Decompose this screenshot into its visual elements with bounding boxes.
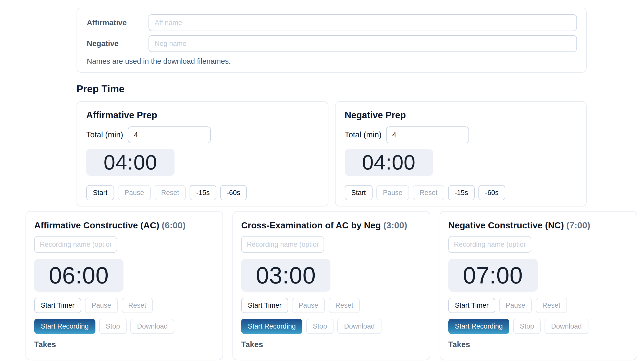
takes-heading: Takes	[241, 340, 421, 349]
affirmative-prep-total-input[interactable]	[128, 126, 211, 143]
speech-title: Cross-Examination of AC by Neg	[241, 220, 381, 230]
takes-heading: Takes	[448, 340, 628, 349]
prep-minus-60s-button[interactable]: -60s	[478, 185, 505, 200]
start-timer-button[interactable]: Start Timer	[448, 298, 495, 313]
prep-time-heading: Prep Time	[77, 83, 641, 95]
recording-buttons-row: Start Recording Stop Download	[448, 319, 628, 334]
start-recording-button[interactable]: Start Recording	[241, 319, 302, 334]
speech-timer-display: 03:00	[241, 259, 330, 292]
start-timer-button[interactable]: Start Timer	[34, 298, 81, 313]
speech-duration: (6:00)	[162, 220, 186, 230]
stop-button[interactable]: Stop	[513, 319, 541, 334]
negative-prep-timer-display: 04:00	[345, 149, 433, 176]
timer-buttons-row: Start Timer Pause Reset	[241, 298, 421, 313]
download-button[interactable]: Download	[130, 319, 174, 334]
speech-title-row: Negative Constructive (NC) (7:00)	[448, 220, 628, 230]
affirmative-name-row: Affirmative	[87, 14, 577, 31]
recording-name-input[interactable]	[448, 236, 531, 253]
start-timer-button[interactable]: Start Timer	[241, 298, 288, 313]
pause-button[interactable]: Pause	[292, 298, 325, 313]
recording-name-input[interactable]	[241, 236, 324, 253]
download-button[interactable]: Download	[545, 319, 588, 334]
speech-title-row: Cross-Examination of AC by Neg (3:00)	[241, 220, 421, 230]
start-recording-button[interactable]: Start Recording	[448, 319, 510, 334]
takes-heading: Takes	[34, 340, 214, 349]
names-form-card: Affirmative Negative Names are used in t…	[77, 8, 587, 73]
total-min-row: Total (min)	[86, 126, 319, 143]
prep-minus-15s-button[interactable]: -15s	[190, 185, 216, 200]
negative-name-input[interactable]	[149, 35, 577, 52]
cross-examination-card: Cross-Examination of AC by Neg (3:00) 03…	[232, 211, 430, 360]
affirmative-prep-buttons: Start Pause Reset -15s -60s	[86, 185, 319, 200]
affirmative-name-input[interactable]	[149, 14, 577, 31]
reset-button[interactable]: Reset	[536, 298, 567, 313]
speech-title: Negative Constructive (NC)	[448, 220, 564, 230]
prep-reset-button[interactable]: Reset	[155, 185, 186, 200]
prep-pause-button[interactable]: Pause	[376, 185, 409, 200]
timer-buttons-row: Start Timer Pause Reset	[34, 298, 214, 313]
timer-buttons-row: Start Timer Pause Reset	[448, 298, 628, 313]
negative-prep-total-input[interactable]	[386, 126, 469, 143]
total-min-label: Total (min)	[345, 130, 382, 139]
negative-prep-title: Negative Prep	[345, 110, 577, 120]
negative-prep-card: Negative Prep Total (min) 04:00 Start Pa…	[335, 101, 587, 206]
stop-button[interactable]: Stop	[306, 319, 334, 334]
speech-duration: (7:00)	[566, 220, 590, 230]
prep-cards-row: Affirmative Prep Total (min) 04:00 Start…	[77, 101, 587, 206]
affirmative-constructive-card: Affirmative Constructive (AC) (6:00) 06:…	[26, 211, 223, 360]
start-recording-button[interactable]: Start Recording	[34, 319, 95, 334]
total-min-label: Total (min)	[86, 130, 123, 139]
speech-title: Affirmative Constructive (AC)	[34, 220, 159, 230]
recording-buttons-row: Start Recording Stop Download	[241, 319, 421, 334]
negative-name-label: Negative	[87, 39, 149, 48]
total-min-row: Total (min)	[345, 126, 577, 143]
prep-pause-button[interactable]: Pause	[118, 185, 151, 200]
pause-button[interactable]: Pause	[499, 298, 532, 313]
recording-name-input[interactable]	[34, 236, 117, 253]
speech-timer-display: 07:00	[448, 259, 538, 292]
stop-button[interactable]: Stop	[99, 319, 127, 334]
speech-timer-display: 06:00	[34, 259, 124, 292]
negative-constructive-card: Negative Constructive (NC) (7:00) 07:00 …	[440, 211, 637, 360]
negative-prep-buttons: Start Pause Reset -15s -60s	[345, 185, 577, 200]
affirmative-prep-timer-display: 04:00	[86, 149, 175, 176]
affirmative-name-label: Affirmative	[87, 18, 149, 27]
prep-start-button[interactable]: Start	[345, 185, 373, 200]
speech-cards-row: Affirmative Constructive (AC) (6:00) 06:…	[26, 211, 637, 360]
download-button[interactable]: Download	[337, 319, 381, 334]
pause-button[interactable]: Pause	[85, 298, 118, 313]
recording-buttons-row: Start Recording Stop Download	[34, 319, 214, 334]
affirmative-prep-card: Affirmative Prep Total (min) 04:00 Start…	[77, 101, 328, 206]
reset-button[interactable]: Reset	[329, 298, 360, 313]
affirmative-prep-title: Affirmative Prep	[86, 110, 319, 120]
filenames-note: Names are used in the download filenames…	[87, 57, 577, 66]
speech-duration: (3:00)	[383, 220, 407, 230]
prep-start-button[interactable]: Start	[86, 185, 114, 200]
prep-reset-button[interactable]: Reset	[413, 185, 444, 200]
prep-minus-15s-button[interactable]: -15s	[448, 185, 475, 200]
speech-title-row: Affirmative Constructive (AC) (6:00)	[34, 220, 214, 230]
prep-minus-60s-button[interactable]: -60s	[220, 185, 247, 200]
reset-button[interactable]: Reset	[122, 298, 153, 313]
negative-name-row: Negative	[87, 35, 577, 52]
